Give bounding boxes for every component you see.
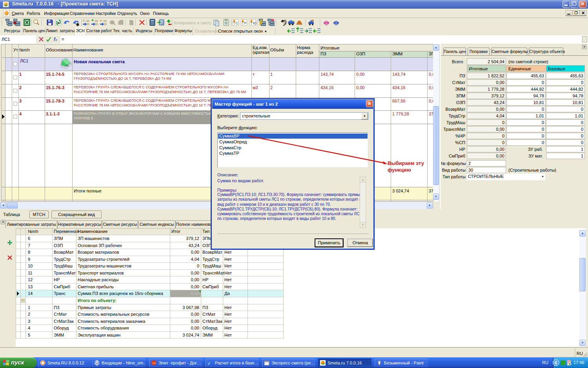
svg-text:Выбираем эту: Выбираем эту: [388, 160, 424, 166]
svg-text:функцию: функцию: [388, 167, 411, 173]
